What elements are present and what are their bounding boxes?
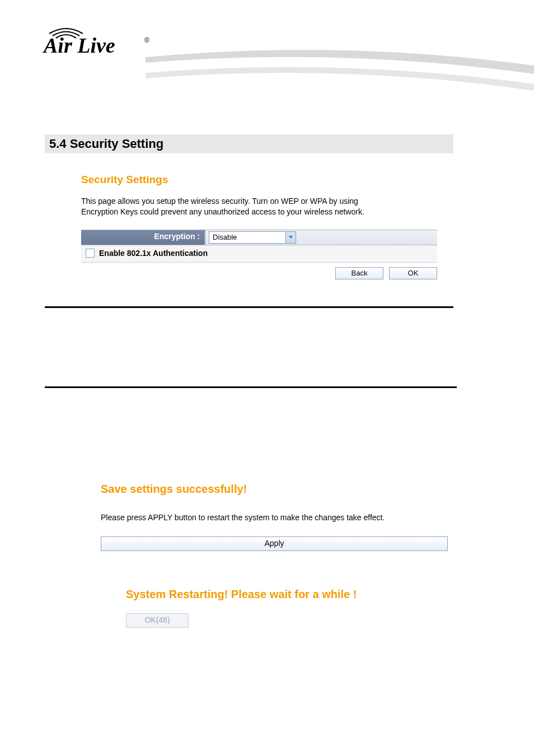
brand-logo: Air Live ® <box>39 19 154 58</box>
enable-8021x-row: Enable 802.1x Authentication <box>81 245 437 263</box>
page: Air Live ® 5.4 Security Setting Security… <box>0 0 534 756</box>
save-description: Please press APPLY button to restart the… <box>101 512 448 523</box>
back-button[interactable]: Back <box>335 267 383 279</box>
svg-text:®: ® <box>144 36 149 44</box>
apply-button[interactable]: Apply <box>101 536 448 551</box>
divider <box>45 306 453 308</box>
ok-button[interactable]: OK <box>389 267 437 279</box>
save-settings-panel: Save settings successfully! Please press… <box>101 483 448 551</box>
section-heading-bar: 5.4 Security Setting <box>45 134 453 153</box>
encryption-label: Encryption : <box>81 230 205 245</box>
security-description: This page allows you setup the wireless … <box>81 196 372 217</box>
security-settings-panel: Security Settings This page allows you s… <box>81 174 437 279</box>
enable-8021x-label: Enable 802.1x Authentication <box>99 249 208 258</box>
encryption-dropdown[interactable]: Disable <box>209 231 296 244</box>
encryption-row: Encryption : Disable <box>81 230 437 245</box>
restart-title: System Restarting! Please wait for a whi… <box>126 588 439 601</box>
security-button-row: Back OK <box>81 263 437 279</box>
chevron-down-icon <box>285 232 296 243</box>
svg-text:Air Live: Air Live <box>43 34 115 57</box>
ok-countdown-button: OK(48) <box>126 613 189 628</box>
enable-8021x-checkbox[interactable] <box>86 249 95 258</box>
system-restarting-panel: System Restarting! Please wait for a whi… <box>126 588 439 628</box>
section-heading: 5.4 Security Setting <box>49 137 163 151</box>
encryption-control: Disable <box>205 230 437 245</box>
security-title: Security Settings <box>81 174 437 186</box>
header-swoosh <box>146 46 534 96</box>
divider <box>45 386 457 388</box>
save-title: Save settings successfully! <box>101 483 448 496</box>
encryption-value: Disable <box>209 232 285 243</box>
